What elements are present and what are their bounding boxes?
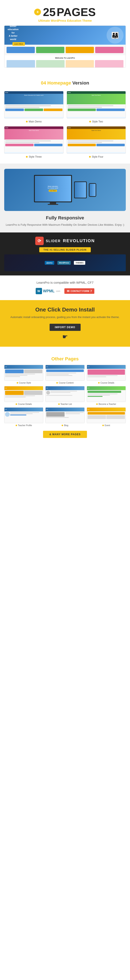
- dot-blog: [62, 425, 63, 426]
- tablet-device: [74, 181, 87, 198]
- more-btn-container: & MANY MORE PAGES: [4, 426, 126, 442]
- device-mockup: Better education for A better world Lear…: [4, 169, 126, 211]
- slider-preview-area: jQuery WordPress THEMES: [4, 255, 126, 271]
- page-label-course-content: Course Content: [45, 382, 84, 384]
- course-thumb-1: [6, 60, 35, 68]
- homepage-thumb-style2: Style Two Demo: [67, 91, 126, 118]
- slider-selling-badge: THE #1 SELLING SLIDER PLUGIN: [39, 247, 91, 252]
- slider-rev-name: SLIDER REVOLUTION: [46, 239, 95, 243]
- page-label-course-details: Course Details: [87, 382, 126, 384]
- page-label-course-details-2: Course Details: [4, 403, 43, 405]
- page-item-course-details-2[interactable]: Course Details: [4, 386, 43, 405]
- page-item-course-content[interactable]: Course Content: [45, 365, 84, 384]
- phone-device: [89, 183, 96, 197]
- hero-mockup: Better education for A better world Lear…: [4, 25, 126, 68]
- dot-course-details-2: [16, 403, 17, 405]
- monitor-device: Better education for A better world Lear…: [34, 175, 72, 205]
- course-thumbs-row: [6, 60, 124, 68]
- page-thumb-course-details-2: [4, 386, 43, 402]
- homepage-section-title: 04 Homepage Version: [0, 75, 130, 89]
- plus-badge: +: [34, 9, 41, 15]
- page-item-teacher-profile[interactable]: Teacher Profile: [4, 407, 43, 426]
- page-item-course-details[interactable]: Course Details: [87, 365, 126, 384]
- subtitle-text: Ultimate WordPress Education: [38, 19, 81, 22]
- page-label-blog: Blog: [45, 424, 84, 426]
- page-item-event[interactable]: Event: [87, 407, 126, 426]
- subtitle-highlight: Theme: [82, 19, 92, 22]
- cursor-icon: ☛: [4, 333, 126, 340]
- dot-event: [102, 425, 104, 426]
- page-thumb-course-details: [87, 365, 126, 380]
- course-thumb-4: [95, 60, 124, 68]
- page-item-teacher-list[interactable]: Teacher List: [45, 386, 84, 405]
- header-title: + 25 PAGES: [4, 6, 126, 18]
- demo-subtitle: Automatic install onboarding process, gu…: [4, 315, 126, 320]
- thumb-nav-main: [5, 91, 63, 94]
- dot-teacher-profile: [16, 425, 17, 426]
- page-thumb-teacher-profile: [4, 407, 43, 423]
- demo-title: One Click Demo Install: [4, 306, 126, 313]
- cf7-badge: ✉ CONTACT FORM 7: [64, 288, 94, 294]
- more-pages-button[interactable]: & MANY MORE PAGES: [43, 431, 87, 438]
- page-thumb-course-style: [4, 365, 43, 380]
- hero-people-img: 👨‍👩‍👧: [107, 27, 124, 44]
- page-item-blog[interactable]: Blog: [45, 407, 84, 426]
- theme-badge: THEMES: [74, 261, 85, 265]
- cf7-number: 7: [90, 290, 92, 293]
- responsive-title: Fully Responsive: [4, 215, 126, 221]
- responsive-section: Better education for A better world Lear…: [0, 164, 130, 232]
- hero-cta-btn[interactable]: Learn More: [13, 42, 25, 46]
- homepage-section: 04 Homepage Version Better Education for…: [0, 75, 130, 164]
- pages-grid: Course Style Course Content: [4, 365, 126, 426]
- page-thumb-become-teacher: [87, 386, 126, 402]
- other-pages-section: Other Pages: [0, 347, 130, 446]
- thumb-hero-main: Better Education for A better world: [5, 94, 63, 104]
- homepage-label-style2: Style Two: [67, 120, 126, 123]
- page-thumb-teacher-list: [45, 386, 84, 402]
- header-section: + 25 PAGES Ultimate WordPress Education …: [0, 0, 130, 75]
- page-label-teacher-profile: Teacher Profile: [4, 424, 43, 426]
- import-demo-button[interactable]: IMPORT DEMO: [50, 324, 80, 331]
- hero-mockup-inner: Better education for A better world Lear…: [5, 26, 125, 45]
- label-dot-main: [26, 121, 28, 123]
- hero-headline: Better education for A better world: [8, 25, 19, 41]
- page-label-course-style: Course Style: [4, 382, 43, 384]
- page-label-event: Event: [87, 424, 126, 426]
- homepage-item-style-three[interactable]: Style Three Demo Style Three: [4, 126, 64, 158]
- dot-course-details: [98, 382, 100, 383]
- other-pages-title: Other Pages: [4, 351, 126, 365]
- one-click-demo-section: One Click Demo Install Automatic install…: [0, 300, 130, 347]
- course-thumb-3: [66, 60, 94, 68]
- page-item-become-teacher[interactable]: Become a Teacher: [87, 386, 126, 405]
- jquery-badge: jQuery: [45, 261, 54, 265]
- wpml-logo: W WPML .com: [36, 288, 60, 295]
- label-dot-style4: [89, 156, 91, 158]
- homepage-thumb-style3: Style Three Demo: [4, 126, 64, 154]
- hero-card-2: [36, 47, 64, 53]
- page-item-course-style[interactable]: Course Style: [4, 365, 43, 384]
- homepage-label-style3: Style Three: [4, 155, 64, 158]
- dot-teacher-list: [58, 403, 60, 405]
- homepage-item-style-two[interactable]: Style Two Demo Style Two: [67, 91, 126, 123]
- homepage-item-style-four[interactable]: Style Four Demo Style Four: [67, 126, 126, 158]
- dot-course-content: [56, 382, 58, 383]
- label-dot-style2: [89, 121, 91, 123]
- slider-logo-row: ⟳ SLIDER REVOLUTION: [4, 237, 126, 245]
- wpml-logo-suffix: .com: [56, 290, 60, 292]
- page-label-become-teacher: Become a Teacher: [87, 403, 126, 405]
- homepage-thumb-style4: Style Four Demo: [67, 126, 126, 154]
- homepage-item-main-demo[interactable]: Better Education for A better world Main…: [4, 91, 64, 123]
- wpml-w-icon: W: [36, 288, 42, 294]
- hero-card-1: [6, 47, 35, 53]
- hero-lower-area: Welcome To LearnPro: [5, 55, 125, 68]
- homepage-label-main: Main Demo: [4, 120, 64, 123]
- slider-revolution-section: ⟳ SLIDER REVOLUTION THE #1 SELLING SLIDE…: [0, 232, 130, 275]
- dot-course-style: [17, 382, 18, 383]
- pages-text: PAGES: [57, 6, 96, 18]
- dot-become-teacher: [96, 403, 98, 405]
- cf7-icon: ✉: [67, 290, 69, 293]
- pages-number: 25: [43, 6, 56, 18]
- homepage-thumb-main: Better Education for A better world: [4, 91, 64, 118]
- hero-card-3: [66, 47, 94, 53]
- course-thumb-2: [36, 60, 64, 68]
